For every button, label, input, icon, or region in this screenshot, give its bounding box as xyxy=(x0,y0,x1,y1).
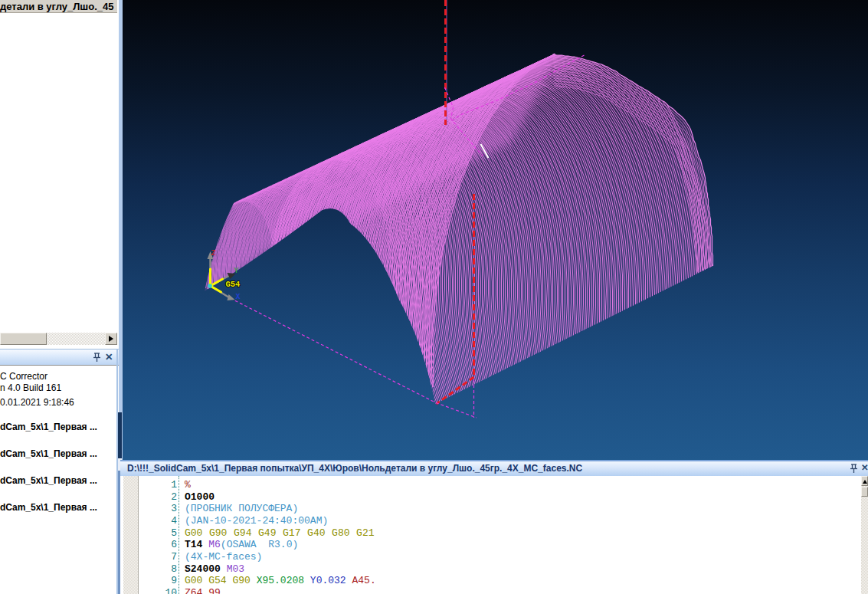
svg-text:X: X xyxy=(235,293,240,301)
svg-text:G54: G54 xyxy=(225,280,240,289)
svg-text:Y: Y xyxy=(234,267,238,275)
svg-text:Z: Z xyxy=(211,249,215,258)
